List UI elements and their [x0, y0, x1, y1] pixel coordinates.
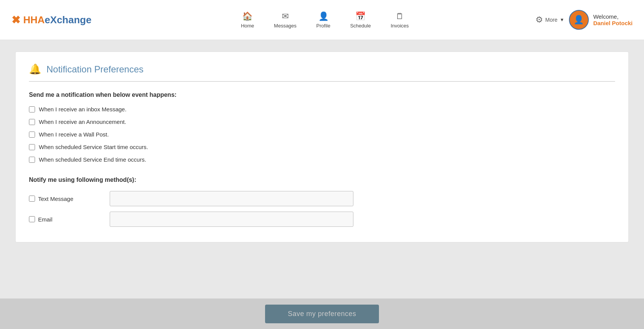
messages-icon: ✉ [282, 11, 289, 21]
wall-post-checkbox[interactable] [29, 132, 35, 138]
welcome-label: Welcome, [593, 13, 633, 20]
welcome-text: Welcome, Daniel Potocki [593, 13, 633, 26]
announcement-label: When I receive an Announcement. [39, 119, 126, 125]
card-header: 🔔 Notification Preferences [29, 63, 615, 75]
service-end-checkbox[interactable] [29, 157, 35, 163]
email-label: Email [38, 216, 53, 223]
invoices-icon: 🗒 [396, 11, 404, 21]
nav-home-label: Home [241, 23, 254, 29]
text-message-checkbox[interactable] [29, 196, 35, 202]
page-title: Notification Preferences [46, 64, 144, 75]
text-message-row: Text Message [29, 191, 615, 206]
inbox-message-checkbox[interactable] [29, 106, 35, 112]
chevron-down-icon: ▼ [560, 17, 564, 22]
checkbox-service-end[interactable]: When scheduled Service End time occurs. [29, 156, 615, 163]
nav-messages[interactable]: ✉ Messages [268, 8, 302, 32]
header: ✖ HHAeXchange 🏠 Home ✉ Messages 👤 Profil… [0, 0, 644, 40]
nav-profile-label: Profile [316, 23, 331, 29]
gear-icon: ⚙ [535, 15, 543, 25]
home-icon: 🏠 [242, 11, 252, 21]
checkbox-service-start[interactable]: When scheduled Service Start time occurs… [29, 144, 615, 150]
profile-icon: 👤 [318, 11, 329, 21]
notification-preferences-card: 🔔 Notification Preferences Send me a not… [15, 51, 629, 242]
nav-invoices-label: Invoices [391, 23, 409, 29]
logo-text: HHAeXchange [23, 14, 91, 26]
method-group: Text Message Email [29, 191, 615, 227]
nav-home[interactable]: 🏠 Home [235, 8, 260, 32]
notification-section-label: Send me a notification when below event … [29, 91, 615, 98]
schedule-icon: 📅 [355, 11, 366, 21]
nav-schedule[interactable]: 📅 Schedule [344, 8, 377, 32]
main-nav: 🏠 Home ✉ Messages 👤 Profile 📅 Schedule 🗒… [114, 8, 535, 32]
bell-icon: 🔔 [29, 63, 41, 75]
nav-profile[interactable]: 👤 Profile [310, 8, 337, 32]
nav-invoices[interactable]: 🗒 Invoices [385, 8, 415, 32]
checkbox-announcement[interactable]: When I receive an Announcement. [29, 119, 615, 125]
email-row: Email [29, 212, 615, 227]
wall-post-label: When I receive a Wall Post. [39, 131, 109, 138]
announcement-checkbox[interactable] [29, 119, 35, 125]
checkbox-wall-post[interactable]: When I receive a Wall Post. [29, 131, 615, 138]
method-section-label: Notify me using following method(s): [29, 177, 615, 183]
text-message-input[interactable] [110, 191, 353, 206]
service-start-checkbox[interactable] [29, 144, 35, 150]
avatar-icon: 👤 [574, 15, 584, 25]
email-checkbox[interactable] [29, 216, 35, 222]
logo[interactable]: ✖ HHAeXchange [11, 14, 91, 26]
logo-icon: ✖ [11, 14, 20, 26]
service-end-label: When scheduled Service End time occurs. [39, 156, 146, 163]
nav-schedule-label: Schedule [350, 23, 371, 29]
more-button[interactable]: ⚙ More ▼ [535, 15, 564, 25]
checkbox-inbox-message[interactable]: When I receive an inbox Message. [29, 106, 615, 112]
save-preferences-button[interactable]: Save my preferences [265, 305, 379, 323]
inbox-message-label: When I receive an inbox Message. [39, 106, 126, 112]
email-input[interactable] [110, 212, 353, 227]
service-start-label: When scheduled Service Start time occurs… [39, 144, 148, 150]
email-checkbox-label[interactable]: Email [29, 216, 105, 223]
more-label: More [545, 17, 558, 23]
text-message-checkbox-label[interactable]: Text Message [29, 196, 105, 202]
event-checkboxes: When I receive an inbox Message. When I … [29, 106, 615, 163]
user-name: Daniel Potocki [593, 20, 633, 26]
nav-messages-label: Messages [274, 23, 296, 29]
logo-exchange: eXchange [45, 14, 91, 26]
footer: Save my preferences [0, 299, 644, 329]
avatar[interactable]: 👤 [569, 10, 589, 30]
logo-hha: HHA [23, 14, 45, 26]
main-content: 🔔 Notification Preferences Send me a not… [0, 40, 644, 254]
card-divider [29, 81, 615, 82]
text-message-label: Text Message [38, 196, 74, 202]
header-right: ⚙ More ▼ 👤 Welcome, Daniel Potocki [535, 10, 633, 30]
